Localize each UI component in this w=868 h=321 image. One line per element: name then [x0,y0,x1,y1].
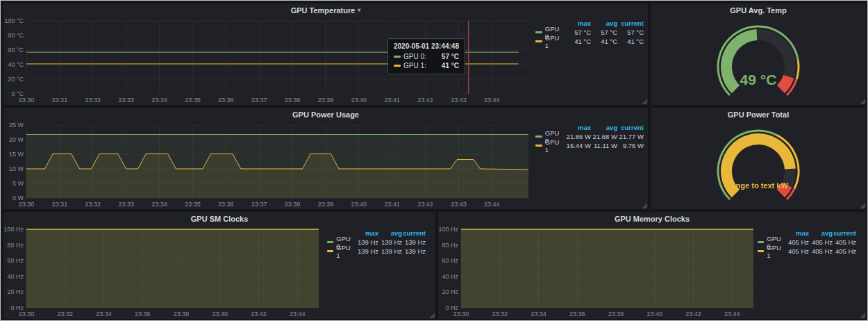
gpu-sm-clocks-chart[interactable]: 0 Hz20 Hz40 Hz60 Hz80 Hz100 Hz23:3023:32… [3,225,322,319]
panel-title-gpu-power-total[interactable]: GPU Power Total [651,108,866,121]
panel-resize-handle[interactable] [642,99,647,104]
chart-tooltip: 2020-05-01 23:44:48 GPU 0: 57 °C GPU 1: … [387,38,465,74]
legend-header-avg[interactable]: avg [809,229,833,237]
gpu-memory-clocks-chart[interactable]: 0 Hz20 Hz40 Hz60 Hz80 Hz100 Hz23:3023:32… [438,225,756,319]
legend-row: GPU 1 139 Hz 139 Hz 139 Hz [327,247,431,256]
legend-header-current[interactable]: current [833,229,856,237]
svg-text:5 W: 5 W [12,180,24,187]
svg-text:23:32: 23:32 [85,201,101,208]
legend-value-avg: 57 °C [591,28,617,36]
svg-text:20 W: 20 W [9,136,24,143]
svg-text:23:31: 23:31 [52,201,68,208]
panel-title-gpu-temperature[interactable]: GPU Temperature ▾ [3,3,648,17]
gauge-value: 49 °C [651,72,866,88]
series-color-icon [327,250,333,252]
legend-value-max: 139 Hz [355,247,378,255]
legend-value-avg: 41 °C [591,38,617,45]
panel-title-gpu-power-usage[interactable]: GPU Power Usage [3,108,648,121]
tooltip-series-label: GPU 0: [403,53,426,60]
panel-title-text: GPU Power Total [728,110,789,119]
svg-text:80 °C: 80 °C [8,32,24,39]
legend-header-avg[interactable]: avg [378,229,402,237]
svg-text:23:37: 23:37 [251,201,267,208]
legend-header-current[interactable]: current [402,229,426,237]
legend-header-max[interactable]: max [565,19,591,27]
svg-text:23:36: 23:36 [218,201,234,208]
svg-text:23:36: 23:36 [135,311,151,318]
legend-header-avg[interactable]: avg [591,124,617,131]
tooltip-series-value: 57 °C [435,53,459,60]
legend-value-avg: 139 Hz [378,238,402,246]
legend-header-current[interactable]: current [617,124,644,131]
panel-title-text: GPU SM Clocks [191,215,249,223]
legend-value-current: 21.77 W [617,133,644,140]
svg-text:23:38: 23:38 [608,311,624,318]
gpu-avg-temp-gauge [651,17,866,105]
svg-text:23:30: 23:30 [19,97,35,104]
legend-series-gpu1[interactable]: GPU 1 [535,138,565,154]
legend-value-current: 405 Hz [833,247,856,255]
legend-value-current: 405 Hz [833,238,856,246]
svg-text:100 °C: 100 °C [4,17,24,24]
svg-text:23:34: 23:34 [96,311,112,318]
legend-value-current: 41 °C [617,38,644,45]
svg-text:23:33: 23:33 [118,201,134,208]
panel-resize-handle[interactable] [429,313,435,318]
panel-resize-handle[interactable] [860,99,865,104]
svg-text:60 Hz: 60 Hz [442,257,458,264]
svg-text:20 Hz: 20 Hz [442,288,458,295]
legend-series-gpu1[interactable]: GPU 1 [327,244,355,259]
grafana-dashboard: { "colors": { "green": "#7EB26D", "yello… [0,0,868,321]
panel-resize-handle[interactable] [642,203,647,208]
legend-row: GPU 1 405 Hz 405 Hz 405 Hz [758,247,862,256]
svg-text:40 Hz: 40 Hz [7,273,24,280]
legend-value-avg: 11.11 W [591,142,617,149]
panel-title-gpu-avg-temp[interactable]: GPU Avg. Temp [651,3,866,17]
svg-text:23:42: 23:42 [417,97,433,104]
gpu-power-usage-chart[interactable]: 0 W5 W10 W15 W20 W25 W23:3023:3123:3223:… [3,121,531,209]
legend-value-avg: 139 Hz [378,247,402,255]
svg-text:23:44: 23:44 [290,311,306,318]
panel-resize-handle[interactable] [860,203,865,208]
svg-text:23:43: 23:43 [451,97,467,104]
svg-text:23:41: 23:41 [384,201,400,208]
panel-title-text: GPU Memory Clocks [615,215,690,223]
svg-text:23:38: 23:38 [174,311,190,318]
svg-text:60 °C: 60 °C [8,47,24,54]
legend-value-avg: 405 Hz [809,247,833,255]
legend-header-max[interactable]: max [565,124,591,131]
panel-gpu-power-usage: GPU Power Usage 0 W5 W10 W15 W20 W25 W23… [3,108,648,209]
legend-header-max[interactable]: max [355,229,378,237]
svg-text:23:40: 23:40 [647,311,663,318]
svg-text:80 Hz: 80 Hz [7,242,24,249]
svg-text:23:42: 23:42 [685,311,701,318]
legend-header-current[interactable]: current [617,19,644,27]
svg-text:80 Hz: 80 Hz [442,242,458,249]
panel-title-text: GPU Temperature [291,6,356,15]
series-color-icon [758,250,764,252]
legend-series-gpu1[interactable]: GPU 1 [758,244,785,259]
svg-text:23:39: 23:39 [318,97,334,104]
panel-resize-handle[interactable] [860,313,865,318]
svg-text:23:39: 23:39 [318,201,334,208]
svg-text:23:35: 23:35 [185,97,201,104]
svg-text:23:40: 23:40 [212,311,228,318]
tooltip-row: GPU 1: 41 °C [394,61,459,70]
legend-header-max[interactable]: max [785,229,809,237]
svg-text:23:44: 23:44 [484,201,500,208]
tooltip-series-value: 41 °C [435,62,459,69]
legend-series-label: GPU 1 [767,244,785,259]
legend-series-gpu1[interactable]: GPU 1 [535,34,565,49]
legend-value-current: 139 Hz [402,238,426,246]
legend-header-avg[interactable]: avg [591,19,617,27]
legend-value-max: 57 °C [565,28,591,36]
panel-title-gpu-memory-clocks[interactable]: GPU Memory Clocks [438,212,866,225]
svg-text:23:41: 23:41 [384,97,400,104]
svg-text:60 Hz: 60 Hz [7,257,24,264]
svg-text:23:30: 23:30 [19,201,35,208]
panel-title-gpu-sm-clocks[interactable]: GPU SM Clocks [3,212,435,225]
svg-text:15 W: 15 W [9,151,24,158]
series-color-icon [394,56,401,58]
legend-series-label: GPU 1 [545,138,565,154]
series-color-icon [535,40,542,42]
